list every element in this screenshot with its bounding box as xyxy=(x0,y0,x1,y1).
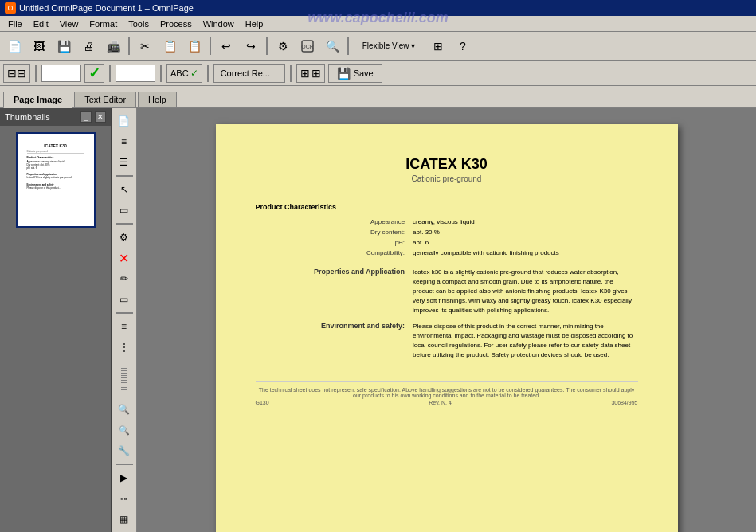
sep-sec1 xyxy=(35,65,37,82)
correct-label: Correct Re... xyxy=(221,68,270,78)
svg-text:OCR: OCR xyxy=(301,44,314,49)
row-value: abt. 30 % xyxy=(409,228,636,237)
zoom-toggle-button[interactable]: 🔍 xyxy=(321,36,343,57)
pencil-tool[interactable]: ✏ xyxy=(114,269,135,288)
section2-row: Properties and Application Icatex k30 is… xyxy=(257,267,637,319)
zoom-in-tool[interactable]: 🔍 xyxy=(114,400,135,419)
properties-para: Icatex k30 is a slightly cationic pre-gr… xyxy=(413,268,633,315)
abc-check-button[interactable]: ABC ✓ xyxy=(166,64,202,83)
tab-help[interactable]: Help xyxy=(138,92,177,107)
footer-ref-left: G130 xyxy=(256,400,269,405)
new-button[interactable]: 📄 xyxy=(3,36,25,57)
grid-tool[interactable]: ▦ xyxy=(114,510,135,529)
thumbnail-list: ICATEX K30 Cationic pre-ground Product C… xyxy=(0,126,111,532)
row-label: Appearance xyxy=(257,217,409,226)
flexible-view-button[interactable]: Flexible View ▾ xyxy=(353,36,425,57)
thumb-mini-content: ICATEX K30 Cationic pre-ground Product C… xyxy=(24,140,88,220)
tool-sep3 xyxy=(116,312,133,314)
menu-edit[interactable]: Edit xyxy=(29,18,53,30)
dots-tool[interactable]: ⋮ xyxy=(114,338,135,357)
menu-format[interactable]: Format xyxy=(84,18,122,30)
thumbnails-header: Thumbnails _ ✕ xyxy=(0,108,111,126)
table-row: Compatibility: generally compatible with… xyxy=(257,248,637,257)
print-button[interactable]: 🖨 xyxy=(77,36,100,57)
text-block-tool[interactable]: ≡ xyxy=(114,132,135,151)
play-tool[interactable]: ▶ xyxy=(114,468,135,487)
rect-tool[interactable]: ▭ xyxy=(114,201,135,220)
correct-button[interactable]: Correct Re... xyxy=(213,64,285,83)
menu-window[interactable]: Window xyxy=(198,18,239,30)
ocr-button[interactable]: OCR xyxy=(296,36,319,57)
format-icon2: ⊞ xyxy=(311,67,321,80)
save-toolbar-button[interactable]: 💾 xyxy=(53,36,75,57)
thumbnail-page-1[interactable]: ICATEX K30 Cationic pre-ground Product C… xyxy=(16,132,96,228)
main-toolbar: 📄 🖼 💾 🖨 📠 ✂ 📋 📋 ↩ ↪ ⚙ OCR 🔍 Flexible Vie… xyxy=(0,32,756,61)
menu-help[interactable]: Help xyxy=(241,18,268,30)
section3-value: Please dispose of this product in the co… xyxy=(409,321,636,364)
properties-table: Properties and Application Icatex k30 is… xyxy=(256,265,638,366)
zoom2-input[interactable]: 73% xyxy=(116,65,155,82)
separator1 xyxy=(128,37,130,55)
row-value: creamy, viscous liquid xyxy=(409,217,636,226)
image-tool[interactable]: ▭ xyxy=(114,290,135,309)
section3-row: Environment and safety: Please dispose o… xyxy=(257,321,637,364)
row-label: Compatibility: xyxy=(257,248,409,257)
save-label: Save xyxy=(354,68,374,78)
menu-file[interactable]: File xyxy=(3,18,27,30)
section2-label: Properties and Application xyxy=(257,267,409,319)
delete-tool[interactable]: ✕ xyxy=(114,248,135,268)
layout-button[interactable]: ⊞ xyxy=(427,36,449,57)
row-label: pH: xyxy=(257,238,409,247)
section2-value: Icatex k30 is a slightly cationic pre-gr… xyxy=(409,267,636,319)
columns-tool[interactable]: ▫▫ xyxy=(114,489,135,508)
footer-text: The technical sheet does not represent s… xyxy=(256,387,638,398)
zoom-out-tool[interactable]: 🔍 xyxy=(114,421,135,440)
check-icon: ✓ xyxy=(190,68,198,79)
thumb-minimize-button[interactable]: _ xyxy=(80,111,92,123)
undo-button[interactable]: ↩ xyxy=(215,36,237,57)
secondary-toolbar: ⊟⊟ 100% ✓ 73% ABC ✓ Correct Re... ⊞ ⊞ 💾 … xyxy=(0,61,756,86)
cut-button[interactable]: ✂ xyxy=(134,36,156,57)
hand-tool[interactable]: 🔧 xyxy=(114,441,135,460)
separator4 xyxy=(347,37,349,55)
save-button[interactable]: 💾 Save xyxy=(328,64,382,83)
open-button[interactable]: 🖼 xyxy=(28,36,50,57)
table-row: Appearance creamy, viscous liquid xyxy=(257,217,637,226)
tab-text-editor[interactable]: Text Editor xyxy=(74,92,136,107)
help-toolbar-button[interactable]: ? xyxy=(452,36,474,57)
zoom-input[interactable]: 100% xyxy=(41,65,81,82)
zone-tool[interactable]: ☰ xyxy=(114,153,135,172)
table-row: pH: abt. 6 xyxy=(257,238,637,247)
pages-button[interactable]: ⊟⊟ xyxy=(3,64,30,83)
settings-tool[interactable]: ⚙ xyxy=(114,228,135,247)
separator3 xyxy=(266,37,268,55)
scan-button[interactable]: 📠 xyxy=(102,36,124,57)
title-text: Untitled OmniPage Document 1 – OmniPage xyxy=(19,3,194,13)
row-value: generally compatible with cationic finis… xyxy=(409,248,636,257)
menu-process[interactable]: Process xyxy=(155,18,197,30)
tab-bar: Page Image Text Editor Help xyxy=(0,86,756,108)
arrow-tool[interactable]: ↖ xyxy=(114,180,135,199)
select-tool[interactable]: 📄 xyxy=(114,111,135,131)
footer-ref-center: Rev. N. 4 xyxy=(429,400,452,405)
thumb-close-button[interactable]: ✕ xyxy=(95,111,106,123)
tool-sep2 xyxy=(116,223,133,225)
document-area[interactable]: ICATEX K30 Cationic pre-ground Product C… xyxy=(137,108,756,532)
footer-refs: G130 Rev. N. 4 30684/995 xyxy=(256,400,638,405)
copy-button[interactable]: 📋 xyxy=(159,36,181,57)
menu-view[interactable]: View xyxy=(55,18,84,30)
tool-sep4 xyxy=(116,464,133,465)
settings-button[interactable]: ⚙ xyxy=(272,36,294,57)
redo-button[interactable]: ↪ xyxy=(240,36,262,57)
list-tool[interactable]: ≡ xyxy=(114,317,135,336)
section1-title: Product Characteristics xyxy=(256,203,638,211)
panel-drag-handle[interactable] xyxy=(121,366,127,390)
table-row: Dry content: abt. 30 % xyxy=(257,228,637,237)
menu-tools[interactable]: Tools xyxy=(123,18,154,30)
tab-page-image[interactable]: Page Image xyxy=(3,92,72,108)
section3-label: Environment and safety: xyxy=(257,321,409,364)
paste-button[interactable]: 📋 xyxy=(183,36,206,57)
separator2 xyxy=(210,37,211,55)
confirm-zoom-button[interactable]: ✓ xyxy=(84,64,104,83)
format-button[interactable]: ⊞ ⊞ xyxy=(296,64,325,83)
